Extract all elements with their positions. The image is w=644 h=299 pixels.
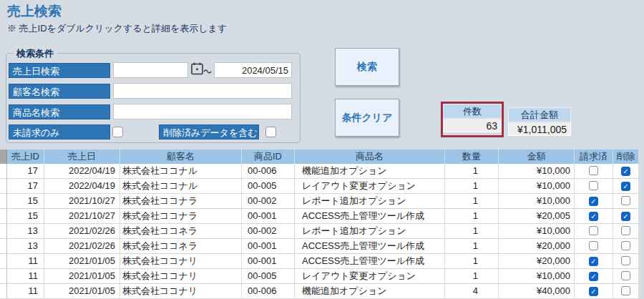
billed-checkbox[interactable] [589, 181, 598, 190]
product-name-cell[interactable]: レイアウト変更オプション [295, 179, 445, 193]
product-name-input[interactable] [113, 104, 292, 119]
product-name-cell[interactable]: レポート追加オプション [295, 224, 445, 238]
customer-name-cell[interactable]: 株式会社ココナラ [120, 209, 242, 223]
amount-cell[interactable]: ¥10,000 [499, 164, 575, 178]
amount-cell[interactable]: ¥10,000 [499, 224, 575, 238]
amount-cell[interactable]: ¥20,000 [499, 254, 575, 268]
column-header-product-name[interactable]: 商品名 [295, 150, 445, 164]
column-header-deleted[interactable]: 削除 [613, 150, 639, 164]
sale-date-cell[interactable]: 2022/04/19 [44, 179, 120, 193]
search-button[interactable]: 検索 [335, 48, 399, 86]
table-row[interactable]: 112021/01/05株式会社ココナリ00-001ACCESS売上管理ツール作… [0, 254, 639, 269]
sale-id-cell[interactable]: 15 [7, 209, 44, 223]
customer-name-input[interactable] [113, 83, 292, 99]
product-id-cell[interactable]: 00-001 [242, 254, 295, 268]
sale-id-cell[interactable]: 11 [7, 254, 44, 268]
record-selector[interactable] [0, 239, 7, 253]
table-row[interactable]: 132021/02/26株式会社ココネラ00-001ACCESS売上管理ツール作… [0, 239, 639, 254]
record-selector[interactable] [0, 224, 7, 238]
sale-date-cell[interactable]: 2022/04/19 [44, 164, 120, 178]
sale-id-cell[interactable]: 11 [7, 269, 44, 283]
customer-name-cell[interactable]: 株式会社ココナル [120, 179, 242, 193]
customer-name-cell[interactable]: 株式会社ココナル [120, 164, 242, 178]
customer-name-cell[interactable]: 株式会社ココナラ [120, 194, 242, 208]
sale-date-cell[interactable]: 2021/10/27 [44, 209, 120, 223]
product-name-cell[interactable]: 機能追加オプション [295, 284, 445, 298]
sale-id-cell[interactable]: 13 [7, 239, 44, 253]
table-row[interactable]: 172022/04/19株式会社ココナル00-005レイアウト変更オプション1¥… [0, 179, 639, 194]
record-selector[interactable] [0, 269, 7, 283]
deleted-checkbox[interactable] [621, 271, 630, 280]
column-header-billed[interactable]: 請求済 [575, 150, 613, 164]
record-selector[interactable] [0, 194, 7, 208]
product-id-cell[interactable]: 00-005 [242, 179, 295, 193]
quantity-cell[interactable]: 1 [445, 179, 499, 193]
record-selector[interactable] [0, 209, 7, 223]
product-id-cell[interactable]: 00-002 [242, 194, 295, 208]
amount-cell[interactable]: ¥10,000 [499, 179, 575, 193]
record-selector[interactable] [0, 254, 7, 268]
quantity-cell[interactable]: 1 [445, 254, 499, 268]
product-id-cell[interactable]: 00-001 [242, 209, 295, 223]
amount-cell[interactable]: ¥20,000 [499, 239, 575, 253]
product-name-cell[interactable]: レポート追加オプション [295, 194, 445, 208]
sale-date-from-input[interactable] [113, 62, 188, 78]
sale-date-cell[interactable]: 2021/10/27 [44, 194, 120, 208]
billed-checkbox[interactable] [589, 166, 598, 175]
sale-id-cell[interactable]: 15 [7, 194, 44, 208]
deleted-checkbox[interactable] [621, 256, 630, 265]
product-name-cell[interactable]: ACCESS売上管理ツール作成 [295, 209, 445, 223]
quantity-cell[interactable]: 1 [445, 269, 499, 283]
amount-cell[interactable]: ¥40,000 [499, 284, 575, 298]
product-id-cell[interactable]: 00-006 [242, 164, 295, 178]
product-name-cell[interactable]: ACCESS売上管理ツール作成 [295, 254, 445, 268]
column-header-product-id[interactable]: 商品ID [242, 150, 295, 164]
amount-cell[interactable]: ¥10,000 [499, 194, 575, 208]
sale-id-cell[interactable]: 13 [7, 224, 44, 238]
column-header-sale-id[interactable]: 売上ID [7, 150, 44, 164]
column-header-customer-name[interactable]: 顧客名 [120, 150, 242, 164]
unbilled-only-checkbox[interactable] [112, 127, 123, 137]
sale-date-cell[interactable]: 2021/02/26 [44, 239, 120, 253]
column-header-quantity[interactable]: 数量 [445, 150, 499, 164]
billed-checkbox[interactable] [589, 241, 598, 250]
deleted-checkbox[interactable] [621, 286, 630, 295]
sale-id-cell[interactable]: 11 [7, 284, 44, 298]
table-row[interactable]: 152021/10/27株式会社ココナラ00-001ACCESS売上管理ツール作… [0, 209, 639, 224]
include-deleted-checkbox[interactable] [265, 127, 276, 137]
deleted-checkbox[interactable]: ✓ [621, 182, 630, 191]
table-row[interactable]: 112021/01/05株式会社ココナリ00-006機能追加オプション4¥40,… [0, 284, 639, 299]
product-name-cell[interactable]: ACCESS売上管理ツール作成 [295, 239, 445, 253]
product-name-cell[interactable]: 機能追加オプション [295, 164, 445, 178]
customer-name-cell[interactable]: 株式会社ココネラ [120, 224, 242, 238]
billed-checkbox[interactable]: ✓ [589, 272, 598, 281]
billed-checkbox[interactable]: ✓ [589, 212, 598, 221]
deleted-checkbox[interactable]: ✓ [621, 212, 630, 221]
product-id-cell[interactable]: 00-006 [242, 284, 295, 298]
column-header-sale-date[interactable]: 売上日 [44, 150, 120, 164]
record-selector[interactable] [0, 179, 7, 193]
table-row[interactable]: 132021/02/26株式会社ココネラ00-002レポート追加オプション1¥1… [0, 224, 639, 239]
customer-name-cell[interactable]: 株式会社ココナリ [120, 269, 242, 283]
amount-cell[interactable]: ¥10,000 [499, 269, 575, 283]
deleted-checkbox[interactable] [621, 241, 630, 250]
quantity-cell[interactable]: 1 [445, 224, 499, 238]
sale-date-cell[interactable]: 2021/01/05 [44, 269, 120, 283]
customer-name-cell[interactable]: 株式会社ココネラ [120, 239, 242, 253]
sale-date-cell[interactable]: 2021/01/05 [44, 284, 120, 298]
column-header-amount[interactable]: 金額 [499, 150, 575, 164]
billed-checkbox[interactable]: ✓ [589, 197, 598, 206]
quantity-cell[interactable]: 1 [445, 209, 499, 223]
quantity-cell[interactable]: 1 [445, 194, 499, 208]
amount-cell[interactable]: ¥20,005 [499, 209, 575, 223]
quantity-cell[interactable]: 1 [445, 164, 499, 178]
product-id-cell[interactable]: 00-001 [242, 239, 295, 253]
table-row[interactable]: 152021/10/27株式会社ココナラ00-002レポート追加オプション1¥1… [0, 194, 639, 209]
product-id-cell[interactable]: 00-005 [242, 269, 295, 283]
sale-date-cell[interactable]: 2021/01/05 [44, 254, 120, 268]
customer-name-cell[interactable]: 株式会社ココナリ [120, 254, 242, 268]
billed-checkbox[interactable]: ✓ [589, 287, 598, 296]
sale-id-cell[interactable]: 17 [7, 164, 44, 178]
date-picker-calendar-icon[interactable] [190, 62, 213, 77]
record-selector[interactable] [0, 164, 7, 178]
